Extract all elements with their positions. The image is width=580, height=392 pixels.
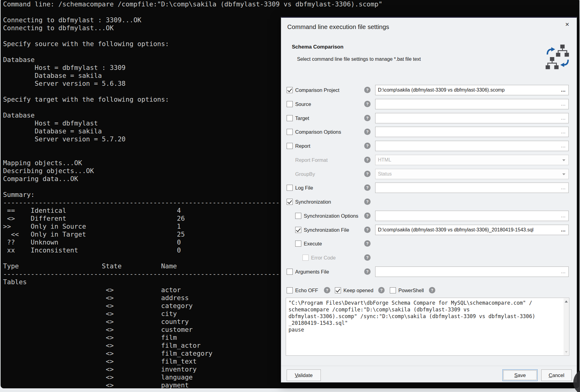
row-report: Report ? … bbox=[281, 140, 577, 151]
error-code-label: Error Code bbox=[311, 252, 336, 263]
comparison-project-value: D:\comp\sakila (dbfmylast-3309 vs dbfmyl… bbox=[378, 85, 558, 95]
echo-off-option: Echo OFF ? bbox=[287, 285, 293, 296]
row-arguments-file: Arguments File ? … bbox=[281, 266, 577, 277]
report-label: Report bbox=[295, 140, 310, 151]
browse-button[interactable]: … bbox=[561, 99, 566, 109]
row-report-format: Report Format ? HTML bbox=[281, 154, 577, 165]
keep-opened-option: Keep opened ? bbox=[335, 285, 341, 296]
help-icon[interactable]: ? bbox=[364, 227, 371, 233]
checkbox-report[interactable] bbox=[287, 143, 293, 149]
validate-rest: alidate bbox=[298, 372, 313, 378]
browse-button[interactable]: … bbox=[561, 183, 566, 193]
help-icon[interactable]: ? bbox=[364, 254, 371, 261]
help-icon[interactable]: ? bbox=[364, 129, 371, 135]
synchronization-options-label: Synchronization Options bbox=[304, 210, 358, 221]
help-icon[interactable]: ? bbox=[364, 171, 371, 177]
bat-text-area[interactable]: "C:\Program Files\Devart\dbForge Schema … bbox=[286, 298, 569, 356]
arguments-file-label: Arguments File bbox=[295, 266, 329, 277]
validate-key: V bbox=[295, 372, 298, 378]
row-comparison-project: Comparison Project ? D:\comp\sakila (dbf… bbox=[281, 85, 577, 96]
synchronization-file-field[interactable]: D:\comp\sakila (dbfmylast-3309 vs dbfmyl… bbox=[375, 225, 569, 235]
log-file-label: Log File bbox=[295, 182, 313, 193]
checkbox-log-file[interactable] bbox=[287, 185, 293, 191]
report-field[interactable]: … bbox=[375, 141, 569, 151]
screenshot-stage: Command line: /schemacompare /compfile:"… bbox=[0, 0, 580, 392]
help-icon[interactable]: ? bbox=[364, 157, 371, 163]
comparison-project-label: Comparison Project bbox=[295, 85, 339, 96]
powershell-option: PowerShell ? bbox=[390, 285, 396, 296]
help-icon[interactable]: ? bbox=[364, 87, 371, 93]
checkbox-synchronization[interactable] bbox=[287, 199, 293, 205]
scroll-up-icon[interactable] bbox=[565, 300, 568, 303]
validate-button[interactable]: Validate bbox=[287, 369, 321, 381]
help-icon[interactable]: ? bbox=[364, 101, 371, 107]
browse-button[interactable]: … bbox=[561, 141, 566, 151]
checkbox-target[interactable] bbox=[287, 115, 293, 121]
powershell-label: PowerShell bbox=[398, 285, 424, 296]
target-field[interactable]: … bbox=[375, 113, 569, 123]
checkbox-comparison-options[interactable] bbox=[287, 129, 293, 135]
help-icon[interactable]: ? bbox=[364, 212, 371, 219]
report-format-dropdown: HTML bbox=[375, 155, 569, 165]
log-file-field[interactable]: … bbox=[375, 183, 569, 193]
synchronization-file-label: Synchronization File bbox=[304, 224, 349, 235]
row-error-code: Error Code ? bbox=[281, 252, 577, 263]
arguments-file-field[interactable]: … bbox=[375, 267, 569, 277]
help-icon[interactable]: ? bbox=[364, 143, 371, 149]
checkbox-comparison-project[interactable] bbox=[287, 87, 293, 93]
scrollbar[interactable] bbox=[564, 298, 569, 355]
browse-button[interactable]: … bbox=[561, 211, 566, 221]
close-icon[interactable]: ✕ bbox=[563, 21, 571, 29]
save-button[interactable]: Save bbox=[502, 369, 538, 381]
row-groupby: GroupBy ? Status bbox=[281, 169, 577, 180]
cancel-key: C bbox=[549, 372, 552, 378]
checkbox-keep-opened[interactable] bbox=[335, 287, 341, 293]
cancel-rest: ancel bbox=[552, 372, 564, 378]
browse-button[interactable]: … bbox=[561, 85, 566, 95]
checkbox-execute[interactable] bbox=[295, 241, 301, 247]
checkbox-powershell[interactable] bbox=[390, 287, 396, 293]
checkbox-synchronization-file[interactable] bbox=[295, 227, 301, 233]
checkbox-synchronization-options[interactable] bbox=[295, 213, 301, 219]
save-key: S bbox=[514, 372, 518, 378]
row-bat-options: Echo OFF ? Keep opened ? PowerShell ? bbox=[281, 285, 577, 296]
help-icon[interactable]: ? bbox=[364, 184, 371, 191]
comparison-project-field[interactable]: D:\comp\sakila (dbfmylast-3309 vs dbfmyl… bbox=[375, 85, 569, 95]
synchronization-options-field[interactable]: … bbox=[375, 211, 569, 221]
row-source: Source ? … bbox=[281, 99, 577, 110]
browse-button[interactable]: … bbox=[561, 267, 566, 277]
keep-opened-label: Keep opened bbox=[343, 285, 373, 296]
checkbox-arguments-file[interactable] bbox=[287, 269, 293, 275]
help-icon[interactable]: ? bbox=[364, 115, 371, 121]
echo-off-label: Echo OFF bbox=[295, 285, 318, 296]
scroll-down-icon[interactable] bbox=[565, 351, 567, 353]
checkbox-echo-off[interactable] bbox=[287, 287, 293, 293]
target-label: Target bbox=[295, 113, 309, 124]
report-format-value: HTML bbox=[378, 155, 558, 165]
cancel-button[interactable]: Cancel bbox=[541, 369, 572, 381]
source-label: Source bbox=[295, 99, 311, 110]
help-icon[interactable]: ? bbox=[364, 240, 371, 247]
row-log-file: Log File ? … bbox=[281, 182, 577, 193]
section-title: Schema Comparison bbox=[292, 44, 343, 50]
groupby-dropdown: Status bbox=[375, 169, 569, 179]
command-line-settings-dialog: Command line execution file settings ✕ S… bbox=[281, 17, 577, 383]
synchronization-file-value: D:\comp\sakila (dbfmylast-3309 vs dbfmyl… bbox=[378, 225, 558, 235]
help-icon[interactable]: ? bbox=[429, 287, 435, 293]
checkbox-source[interactable] bbox=[287, 101, 293, 107]
synchronization-label: Synchronization bbox=[295, 196, 331, 207]
help-icon[interactable]: ? bbox=[324, 287, 330, 293]
help-icon[interactable]: ? bbox=[364, 268, 371, 275]
row-execute: Execute ? bbox=[281, 238, 577, 249]
save-rest: ave bbox=[518, 372, 526, 378]
browse-button[interactable]: … bbox=[561, 127, 566, 137]
comparison-options-field[interactable]: … bbox=[375, 127, 569, 137]
footer-divider bbox=[281, 366, 577, 366]
help-icon[interactable]: ? bbox=[364, 198, 371, 205]
browse-button[interactable]: … bbox=[561, 113, 566, 123]
browse-button[interactable]: … bbox=[561, 225, 566, 235]
source-field[interactable]: … bbox=[375, 99, 569, 109]
execute-label: Execute bbox=[304, 238, 322, 249]
help-icon[interactable]: ? bbox=[378, 287, 385, 293]
section-subtitle: Select command line file settings to man… bbox=[297, 56, 421, 62]
